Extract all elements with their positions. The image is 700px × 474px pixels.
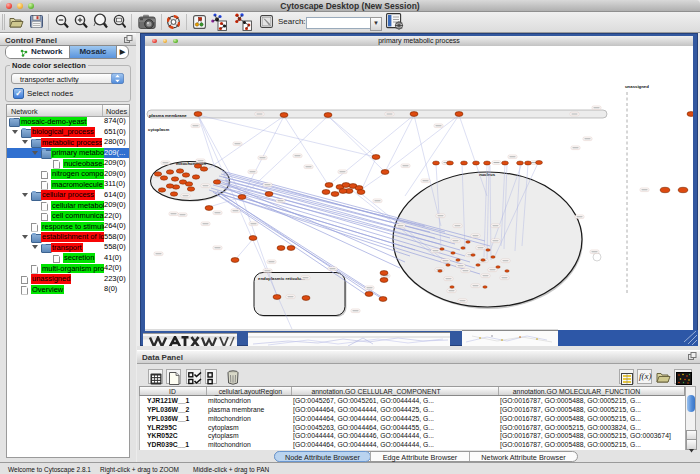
svg-text:nucleus: nucleus xyxy=(479,172,496,177)
svg-text:plasma membrane: plasma membrane xyxy=(149,113,187,118)
svg-text:endoplasmic reticulum: endoplasmic reticulum xyxy=(258,276,305,281)
svg-text:unassigned: unassigned xyxy=(625,84,649,89)
svg-text:cytoplasm: cytoplasm xyxy=(148,127,169,132)
